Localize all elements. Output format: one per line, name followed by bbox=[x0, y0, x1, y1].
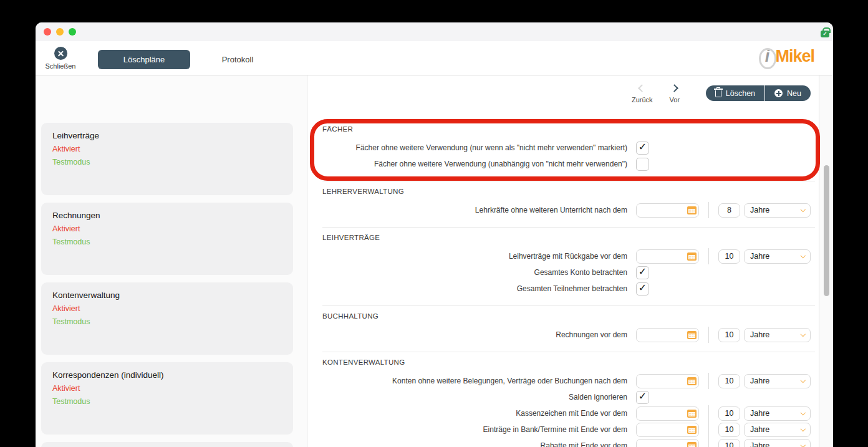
calendar-icon[interactable] bbox=[687, 377, 697, 385]
unit-select[interactable]: Jahre bbox=[744, 374, 811, 388]
chevron-down-icon bbox=[800, 253, 805, 258]
back-button[interactable]: Zurück bbox=[626, 84, 658, 103]
section-title: LEHRERVERWALTUNG bbox=[322, 188, 815, 196]
form-section: LEHRERVERWALTUNG Lehrkräfte ohne weitere… bbox=[322, 181, 815, 227]
section-title: BUCHHALTUNG bbox=[322, 312, 815, 321]
row-label: Kassenzeichen mit Ende vor dem bbox=[322, 409, 627, 418]
unit-value: Jahre bbox=[750, 425, 769, 434]
checkbox[interactable] bbox=[636, 158, 649, 171]
action-buttons: Löschen Neu bbox=[706, 85, 811, 101]
plan-status-aktiviert: Aktiviert bbox=[52, 145, 282, 153]
plan-status-testmodus: Testmodus bbox=[52, 317, 282, 326]
chevron-down-icon bbox=[800, 410, 805, 415]
row-label: Gesamten Teilnehmer betrachten bbox=[322, 284, 627, 293]
unit-value: Jahre bbox=[750, 206, 769, 214]
form-row: Fächer ohne weitere Verwendung (unabhäng… bbox=[322, 156, 815, 172]
sidebar-plan-card[interactable]: Leihverträge Aktiviert Testmodus bbox=[41, 123, 293, 195]
checkbox[interactable]: ✓ bbox=[636, 391, 649, 404]
form-row: Gesamten Teilnehmer betrachten ✓ bbox=[322, 281, 815, 297]
lock-check-icon bbox=[821, 31, 829, 37]
traffic-light-minimize-icon[interactable] bbox=[56, 28, 64, 36]
tab-loeschplaene[interactable]: Löschpläne bbox=[98, 50, 190, 69]
forward-label: Vor bbox=[670, 96, 680, 103]
calendar-icon[interactable] bbox=[687, 206, 697, 214]
date-input[interactable] bbox=[636, 374, 699, 388]
number-input[interactable]: 8 bbox=[718, 203, 740, 218]
checkbox[interactable]: ✓ bbox=[636, 142, 649, 155]
sidebar-plan-card[interactable]: Korrespondenzen (individuell) Aktiviert … bbox=[41, 362, 293, 435]
checkbox[interactable]: ✓ bbox=[636, 282, 649, 296]
check-mark-icon: ✓ bbox=[639, 267, 647, 277]
unit-value: Jahre bbox=[750, 441, 769, 447]
close-button[interactable]: Schließen bbox=[42, 47, 79, 70]
unit-select[interactable]: Jahre bbox=[744, 423, 811, 437]
chevron-down-icon bbox=[800, 378, 805, 383]
sidebar-plan-card-partial[interactable] bbox=[41, 442, 293, 447]
form-section: LEIHVERTRÄGE Leihverträge mit Rückgabe v… bbox=[322, 227, 815, 305]
checkbox[interactable]: ✓ bbox=[636, 266, 649, 279]
back-label: Zurück bbox=[632, 96, 653, 103]
chevron-down-icon bbox=[800, 443, 805, 447]
main-panel: Zurück Vor Löschen Neu bbox=[307, 75, 833, 447]
calendar-icon[interactable] bbox=[687, 442, 697, 447]
titlebar bbox=[36, 22, 833, 41]
date-input[interactable] bbox=[636, 423, 699, 437]
date-input[interactable] bbox=[636, 328, 699, 342]
unit-select[interactable]: Jahre bbox=[744, 249, 811, 264]
field-separator bbox=[708, 405, 709, 421]
scrollbar-track[interactable] bbox=[819, 75, 833, 447]
logo-i: i bbox=[759, 47, 775, 66]
scrollbar-thumb[interactable] bbox=[824, 165, 829, 296]
calendar-icon[interactable] bbox=[687, 410, 697, 418]
delete-button[interactable]: Löschen bbox=[706, 85, 765, 101]
row-label: Rabatte mit Ende vor dem bbox=[322, 441, 627, 447]
check-mark-icon: ✓ bbox=[639, 392, 647, 401]
unit-select[interactable]: Jahre bbox=[744, 406, 811, 421]
plan-status-aktiviert: Aktiviert bbox=[52, 224, 282, 233]
date-input[interactable] bbox=[636, 439, 699, 447]
row-label: Salden ignorieren bbox=[322, 393, 627, 401]
traffic-light-zoom-icon[interactable] bbox=[69, 28, 76, 36]
new-button[interactable]: Neu bbox=[765, 85, 811, 101]
date-input[interactable] bbox=[636, 203, 699, 218]
new-label: Neu bbox=[787, 89, 801, 98]
plan-title: Rechnungen bbox=[52, 211, 282, 220]
form-row: Konten ohne weitere Belegungen, Verträge… bbox=[322, 373, 815, 389]
calendar-icon[interactable] bbox=[687, 252, 697, 261]
calendar-icon[interactable] bbox=[687, 426, 697, 434]
number-input[interactable]: 10 bbox=[718, 328, 740, 342]
traffic-light-close-icon[interactable] bbox=[44, 28, 51, 36]
chevron-down-icon bbox=[800, 426, 805, 431]
unit-select[interactable]: Jahre bbox=[744, 203, 811, 218]
unit-select[interactable]: Jahre bbox=[744, 328, 811, 342]
calendar-icon[interactable] bbox=[687, 331, 697, 339]
row-label: Rechnungen vor dem bbox=[322, 330, 627, 339]
number-input[interactable]: 10 bbox=[718, 423, 740, 437]
logo-text: Mikel bbox=[775, 47, 814, 66]
field-separator bbox=[708, 373, 709, 389]
number-input[interactable]: 10 bbox=[718, 374, 740, 388]
date-input[interactable] bbox=[636, 249, 699, 264]
unit-select[interactable]: Jahre bbox=[744, 439, 811, 447]
sidebar-plan-card[interactable]: Kontenverwaltung Aktiviert Testmodus bbox=[41, 282, 293, 355]
row-label: Lehrkräfte ohne weiteren Unterricht nach… bbox=[322, 206, 627, 214]
number-input[interactable]: 10 bbox=[718, 406, 740, 421]
form-row: Fächer ohne weitere Verwendung (nur wenn… bbox=[322, 140, 815, 156]
unit-value: Jahre bbox=[750, 377, 769, 385]
form-row: Leihverträge mit Rückgabe vor dem 10 Jah… bbox=[322, 248, 815, 264]
sidebar-plan-list: Leihverträge Aktiviert Testmodus Rechnun… bbox=[36, 75, 307, 447]
record-navigation: Zurück Vor Löschen Neu bbox=[626, 84, 811, 103]
tab-protokoll[interactable]: Protokoll bbox=[210, 50, 265, 69]
field-separator bbox=[708, 421, 709, 438]
forward-button[interactable]: Vor bbox=[658, 84, 691, 103]
row-label: Gesamtes Konto betrachten bbox=[322, 268, 627, 277]
field-separator bbox=[708, 438, 709, 447]
field-separator bbox=[708, 202, 709, 218]
plan-status-aktiviert: Aktiviert bbox=[52, 304, 282, 313]
number-input[interactable]: 10 bbox=[718, 439, 740, 447]
unit-value: Jahre bbox=[750, 330, 769, 339]
number-input[interactable]: 10 bbox=[718, 249, 740, 264]
sidebar-plan-card[interactable]: Rechnungen Aktiviert Testmodus bbox=[41, 203, 293, 275]
toolbar: Schließen Löschpläne Protokoll i Mikel bbox=[36, 41, 833, 75]
date-input[interactable] bbox=[636, 406, 699, 421]
